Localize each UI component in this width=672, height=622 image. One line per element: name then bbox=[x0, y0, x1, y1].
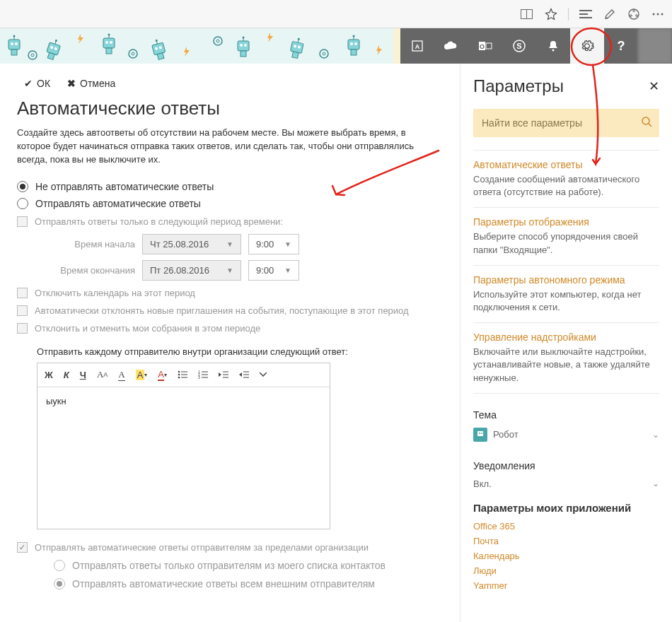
svg-text:S: S bbox=[516, 42, 521, 50]
svg-point-6 bbox=[629, 9, 639, 19]
settings-desc: Выберите способ упорядочения своей папки… bbox=[473, 230, 659, 256]
svg-point-8 bbox=[630, 14, 632, 16]
settings-link-auto-replies[interactable]: Автоматические ответы bbox=[473, 159, 659, 170]
bold-button[interactable]: Ж bbox=[45, 370, 53, 380]
settings-section-offline[interactable]: Параметры автономного режима Используйте… bbox=[473, 265, 659, 322]
chevron-down-icon: ▼ bbox=[284, 240, 291, 248]
cancel-button[interactable]: ✖Отмена bbox=[67, 78, 115, 89]
settings-icon[interactable] bbox=[570, 28, 604, 64]
reading-view-icon[interactable] bbox=[520, 7, 534, 21]
svg-rect-0 bbox=[521, 9, 527, 18]
settings-search[interactable] bbox=[473, 109, 659, 137]
notifications-icon[interactable] bbox=[536, 28, 570, 64]
checkbox-decline-new[interactable] bbox=[17, 305, 28, 316]
ok-button[interactable]: ✔ОК bbox=[24, 78, 50, 89]
svg-rect-26 bbox=[486, 43, 492, 49]
app-link-mail[interactable]: Почта bbox=[473, 536, 659, 546]
radio-all-external[interactable] bbox=[54, 578, 65, 589]
svg-point-7 bbox=[633, 10, 635, 12]
inside-org-label: Отправить каждому отправителю внутри орг… bbox=[37, 346, 447, 357]
svg-point-32 bbox=[178, 374, 180, 376]
settings-section-auto-replies[interactable]: Автоматические ответы Создание сообщений… bbox=[473, 150, 659, 207]
svg-point-48 bbox=[642, 117, 649, 124]
hub-icon[interactable] bbox=[579, 7, 593, 21]
font-family-button[interactable]: A bbox=[118, 369, 124, 381]
apps-icon[interactable]: A bbox=[400, 28, 434, 64]
font-color-button[interactable]: A▾ bbox=[158, 369, 167, 381]
radio-dont-send-label: Не отправлять автоматические ответы bbox=[35, 181, 214, 192]
checkbox-outside-org[interactable] bbox=[17, 542, 28, 553]
start-time-picker[interactable]: 9:00▼ bbox=[248, 234, 299, 254]
checkbox-decline-existing[interactable] bbox=[17, 323, 28, 334]
outside-radios: Отправлять ответы только отправителям из… bbox=[17, 560, 447, 589]
browser-toolbar bbox=[0, 0, 672, 28]
italic-button[interactable]: К bbox=[64, 370, 69, 380]
checkbox-period-label: Отправлять ответы только в следующий пер… bbox=[35, 216, 283, 227]
robot-theme-background bbox=[0, 28, 393, 64]
checkbox-period[interactable] bbox=[17, 216, 28, 227]
end-time-label: Время окончания bbox=[54, 265, 135, 276]
onedrive-icon[interactable] bbox=[434, 28, 468, 64]
more-icon[interactable] bbox=[651, 7, 665, 21]
help-icon[interactable]: ? bbox=[604, 28, 638, 64]
webnote-icon[interactable] bbox=[603, 7, 617, 21]
skype-icon[interactable]: S bbox=[502, 28, 536, 64]
notifications-selector[interactable]: Вкл. ⌄ bbox=[473, 476, 659, 492]
share-icon[interactable] bbox=[627, 7, 641, 21]
settings-panel: Параметры ✕ Автоматические ответы Создан… bbox=[460, 64, 672, 622]
highlight-button[interactable]: A▾ bbox=[136, 370, 148, 380]
toolbar-more-button[interactable] bbox=[260, 370, 267, 379]
svg-point-11 bbox=[657, 13, 659, 15]
checkbox-block-calendar[interactable] bbox=[17, 288, 28, 298]
my-apps-header: Параметры моих приложений bbox=[473, 502, 659, 514]
check-icon: ✔ bbox=[24, 78, 33, 89]
editor-textarea[interactable]: ыукн bbox=[37, 387, 330, 529]
send-mode-radios: Не отправлять автоматические ответы Отпр… bbox=[17, 181, 447, 209]
svg-point-30 bbox=[178, 371, 180, 373]
settings-section-display[interactable]: Параметры отображения Выберите способ уп… bbox=[473, 207, 659, 264]
underline-button[interactable]: Ч bbox=[80, 370, 86, 380]
user-avatar[interactable] bbox=[638, 28, 672, 64]
app-header: A O S ? bbox=[0, 28, 672, 64]
end-date-picker[interactable]: Пт 26.08.2016▼ bbox=[142, 260, 241, 281]
svg-point-51 bbox=[479, 433, 480, 434]
outlook-icon[interactable]: O bbox=[468, 28, 502, 64]
favorite-star-icon[interactable] bbox=[544, 7, 558, 21]
start-date-picker[interactable]: Чт 25.08.2016▼ bbox=[142, 234, 241, 254]
main-panel: ✔ОК ✖Отмена Автоматические ответы Создай… bbox=[0, 64, 460, 622]
app-link-yammer[interactable]: Yammer bbox=[473, 580, 659, 591]
radio-contacts-only[interactable] bbox=[54, 560, 65, 571]
indent-button[interactable] bbox=[239, 370, 249, 379]
form-actions: ✔ОК ✖Отмена bbox=[24, 78, 447, 89]
start-time-label: Время начала bbox=[54, 239, 135, 250]
bullet-list-button[interactable] bbox=[178, 370, 187, 379]
settings-notifications: Уведомления Вкл. ⌄ bbox=[473, 460, 659, 492]
radio-dont-send[interactable] bbox=[17, 181, 28, 192]
svg-line-49 bbox=[649, 124, 651, 127]
settings-link-offline[interactable]: Параметры автономного режима bbox=[473, 274, 659, 286]
numbered-list-button[interactable]: 123 bbox=[198, 370, 208, 379]
notifications-label: Уведомления bbox=[473, 460, 659, 471]
app-link-office365[interactable]: Office 365 bbox=[473, 521, 659, 532]
settings-panel-title: Параметры bbox=[473, 76, 564, 96]
checkbox-block-calendar-label: Отключить календарь на этот период bbox=[35, 288, 195, 298]
radio-send[interactable] bbox=[17, 198, 28, 209]
font-size-button[interactable]: AA bbox=[97, 369, 108, 380]
app-link-calendar[interactable]: Календарь bbox=[473, 551, 659, 561]
search-icon[interactable] bbox=[641, 116, 652, 130]
outdent-button[interactable] bbox=[219, 370, 228, 379]
app-header-right: A O S ? bbox=[400, 28, 672, 64]
settings-theme: Тема Робот ⌄ bbox=[473, 393, 659, 453]
svg-point-10 bbox=[653, 13, 655, 15]
theme-thumb-icon bbox=[473, 428, 487, 442]
checkbox-decline-existing-label: Отклонить и отменить мои собрания в этом… bbox=[35, 323, 260, 334]
settings-search-input[interactable] bbox=[480, 117, 641, 129]
settings-section-addins[interactable]: Управление надстройками Включайте или вы… bbox=[473, 322, 659, 393]
app-link-people[interactable]: Люди bbox=[473, 565, 659, 576]
theme-selector[interactable]: Робот ⌄ bbox=[473, 425, 659, 445]
checkbox-outside-org-label: Отправлять автоматические ответы отправи… bbox=[35, 542, 369, 553]
end-time-picker[interactable]: 9:00▼ bbox=[248, 260, 299, 281]
settings-link-display[interactable]: Параметры отображения bbox=[473, 216, 659, 228]
close-panel-button[interactable]: ✕ bbox=[649, 78, 659, 94]
settings-link-addins[interactable]: Управление надстройками bbox=[473, 331, 659, 343]
